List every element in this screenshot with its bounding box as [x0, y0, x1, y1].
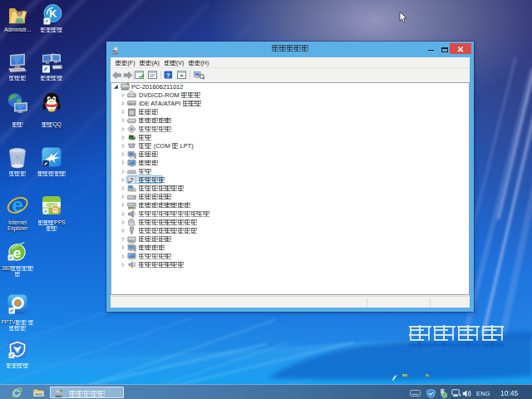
svg-text:K: K [49, 7, 57, 20]
svg-text:?: ? [166, 71, 170, 79]
